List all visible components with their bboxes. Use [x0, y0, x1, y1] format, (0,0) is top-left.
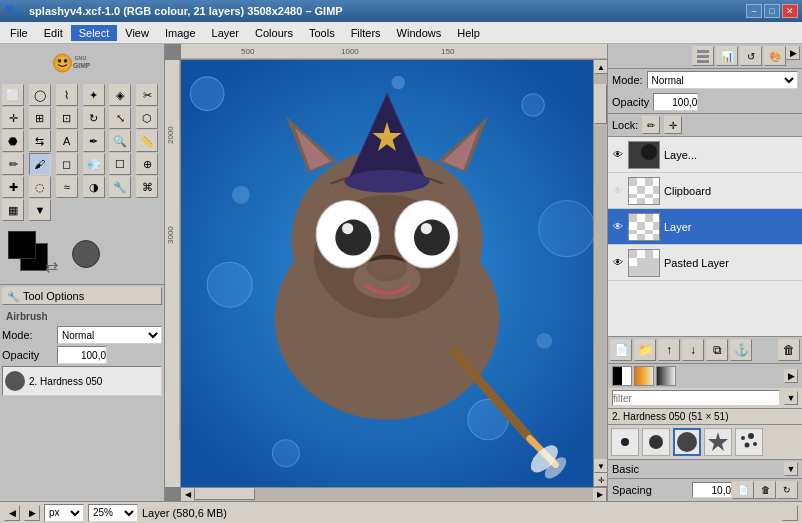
- layer-visibility-1[interactable]: 👁: [610, 147, 626, 163]
- scroll-up-button[interactable]: ▲: [594, 60, 607, 74]
- brush-category-expand[interactable]: ▼: [784, 462, 798, 476]
- scroll-track-v[interactable]: [594, 74, 607, 459]
- brush-item-1[interactable]: [611, 428, 639, 456]
- layer-visibility-pasted[interactable]: 👁: [610, 255, 626, 271]
- menu-item-windows[interactable]: Windows: [389, 25, 450, 41]
- layer-item-pasted[interactable]: 👁 Pasted Layer: [608, 245, 802, 281]
- swap-colors-icon[interactable]: ⇄: [45, 257, 58, 276]
- menu-item-help[interactable]: Help: [449, 25, 488, 41]
- opacity-option-input[interactable]: [57, 346, 107, 364]
- airbrush-tool-button[interactable]: 💨: [83, 153, 105, 175]
- align-tool-button[interactable]: ⊞: [29, 107, 51, 129]
- magnify-tool-button[interactable]: 🔍: [109, 130, 131, 152]
- crop-tool-button[interactable]: ⊡: [56, 107, 78, 129]
- delete-brush-button[interactable]: 🗑: [754, 481, 776, 499]
- canvas-viewport[interactable]: [181, 60, 593, 487]
- new-brush-button[interactable]: 📄: [732, 481, 754, 499]
- scroll-left-button[interactable]: ◀: [181, 488, 195, 502]
- bucket-fill-tool-button[interactable]: ▼: [29, 199, 51, 221]
- anchor-layer-button[interactable]: ⚓: [730, 339, 752, 361]
- horizontal-scrollbar[interactable]: ◀ ▶: [181, 487, 607, 501]
- scroll-right-button[interactable]: ▶: [593, 488, 607, 502]
- menu-item-select[interactable]: Select: [71, 25, 118, 41]
- move-tool-button[interactable]: ✛: [2, 107, 24, 129]
- pencil-tool-button[interactable]: ✏: [2, 153, 24, 175]
- text-tool-button[interactable]: A: [56, 130, 78, 152]
- scissors-tool-button[interactable]: ✂: [136, 84, 158, 106]
- brush-item-5[interactable]: [735, 428, 763, 456]
- gray-swatch[interactable]: [656, 366, 676, 386]
- measure-tool-button[interactable]: 📏: [136, 130, 158, 152]
- menu-item-edit[interactable]: Edit: [36, 25, 71, 41]
- brushes-expand-button[interactable]: ▶: [784, 369, 798, 383]
- rotate-tool-button[interactable]: ↻: [83, 107, 105, 129]
- menu-item-file[interactable]: File: [2, 25, 36, 41]
- ink-tool-button[interactable]: ☐: [109, 153, 131, 175]
- lower-layer-button[interactable]: ↓: [682, 339, 704, 361]
- gradient-tool-button[interactable]: ▦: [2, 199, 24, 221]
- status-nav-left[interactable]: ◀: [4, 505, 20, 521]
- layers-mode-select[interactable]: Normal: [647, 71, 798, 89]
- layer-visibility-active[interactable]: 👁: [610, 219, 626, 235]
- layer-item-clipboard[interactable]: 👁: [608, 173, 802, 209]
- layers-opacity-input[interactable]: [653, 93, 698, 111]
- brush-item-2[interactable]: [642, 428, 670, 456]
- scroll-down-button[interactable]: ▼: [594, 459, 607, 473]
- spacing-input[interactable]: [692, 482, 732, 498]
- ellipse-select-tool-button[interactable]: ◯: [29, 84, 51, 106]
- transform-tool-button[interactable]: 🔧: [109, 176, 131, 198]
- panel-expand-button[interactable]: ▶: [786, 46, 800, 60]
- status-corner-button[interactable]: [782, 505, 798, 521]
- eraser-tool-button[interactable]: ◻: [56, 153, 78, 175]
- menu-item-layer[interactable]: Layer: [204, 25, 248, 41]
- menu-item-view[interactable]: View: [117, 25, 157, 41]
- color-tab[interactable]: 🎨: [764, 46, 786, 66]
- status-nav-right[interactable]: ▶: [24, 505, 40, 521]
- raise-layer-button[interactable]: ↑: [658, 339, 680, 361]
- scale-tool-button[interactable]: ⤡: [109, 107, 131, 129]
- path-tool-button[interactable]: ⌘: [136, 176, 158, 198]
- lock-pixels-button[interactable]: ✏: [642, 116, 660, 134]
- zoom-select[interactable]: 25% 50% 100%: [88, 504, 138, 522]
- new-layer-group-button[interactable]: 📁: [634, 339, 656, 361]
- heal-tool-button[interactable]: ✚: [2, 176, 24, 198]
- scroll-thumb-h[interactable]: [195, 488, 255, 500]
- mode-select[interactable]: Normal: [57, 326, 162, 344]
- menu-item-colours[interactable]: Colours: [247, 25, 301, 41]
- rect-select-tool-button[interactable]: ⬜: [2, 84, 24, 106]
- select-by-color-tool-button[interactable]: ◈: [109, 84, 131, 106]
- brush-filter-expand[interactable]: ▼: [784, 391, 798, 405]
- dodge-tool-button[interactable]: ◑: [83, 176, 105, 198]
- smudge-tool-button[interactable]: ≈: [56, 176, 78, 198]
- undo-tab[interactable]: ↺: [740, 46, 762, 66]
- tool-options-header[interactable]: 🔧 Tool Options: [2, 287, 162, 305]
- delete-layer-button[interactable]: 🗑: [778, 339, 800, 361]
- fuzzy-select-tool-button[interactable]: ✦: [83, 84, 105, 106]
- perspective-tool-button[interactable]: ⬣: [2, 130, 24, 152]
- color-picker-tool-button[interactable]: ✒: [83, 130, 105, 152]
- duplicate-layer-button[interactable]: ⧉: [706, 339, 728, 361]
- menu-item-image[interactable]: Image: [157, 25, 204, 41]
- brush-filter-input[interactable]: [612, 390, 780, 406]
- brush-item-4[interactable]: [704, 428, 732, 456]
- free-select-tool-button[interactable]: ⌇: [56, 84, 78, 106]
- layer-item-1[interactable]: 👁 Laye...: [608, 137, 802, 173]
- minimize-button[interactable]: –: [746, 4, 762, 18]
- blur-tool-button[interactable]: ◌: [29, 176, 51, 198]
- scroll-corner[interactable]: ✛: [594, 473, 607, 487]
- scroll-thumb-v[interactable]: [594, 84, 607, 124]
- vertical-scrollbar[interactable]: ▲ ▼ ✛: [593, 60, 607, 487]
- layer-item-active[interactable]: 👁: [608, 209, 802, 245]
- brush-item-3[interactable]: [673, 428, 701, 456]
- close-button[interactable]: ✕: [782, 4, 798, 18]
- paint-tool-button[interactable]: 🖌: [29, 153, 51, 175]
- new-layer-button[interactable]: 📄: [610, 339, 632, 361]
- layer-visibility-clipboard[interactable]: 👁: [610, 183, 626, 199]
- histogram-tab[interactable]: 📊: [716, 46, 738, 66]
- shear-tool-button[interactable]: ⬡: [136, 107, 158, 129]
- refresh-brush-button[interactable]: ↻: [776, 481, 798, 499]
- clone-tool-button[interactable]: ⊕: [136, 153, 158, 175]
- layers-channels-tab[interactable]: [692, 46, 714, 66]
- flip-tool-button[interactable]: ⇆: [29, 130, 51, 152]
- scroll-track-h[interactable]: [195, 488, 593, 502]
